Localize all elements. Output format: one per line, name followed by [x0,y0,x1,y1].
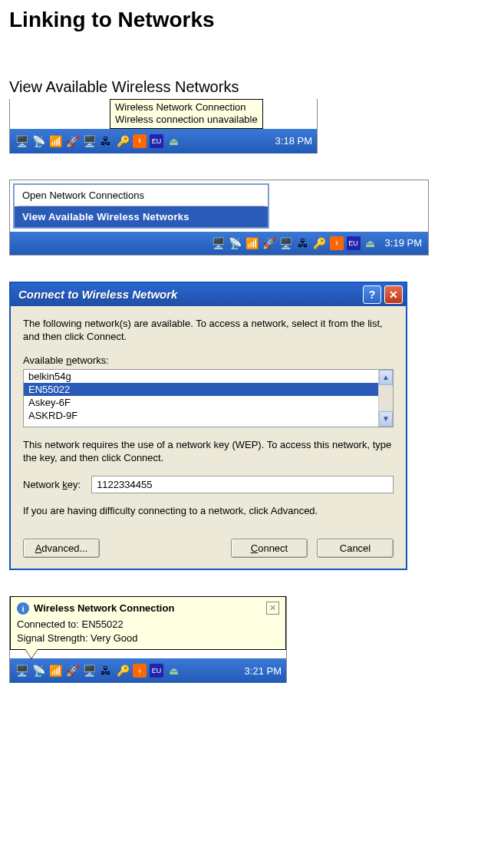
menu-open-connections[interactable]: Open Network Connections [15,185,268,206]
help-button[interactable]: ? [363,285,381,304]
network-item[interactable]: Askey-6F [24,396,378,409]
tray-tooltip-screenshot: Wireless Network Connection Wireless con… [9,99,318,153]
clock: 3:19 PM [385,237,422,249]
clock: 3:21 PM [245,665,282,677]
key-icon[interactable]: 🔑 [116,134,130,148]
dialog-intro: The following network(s) are available. … [23,317,394,344]
step-heading: View Available Wireless Networks [9,78,495,96]
dialog-titlebar: Connect to Wireless Network ? ✕ [11,283,406,306]
monitor-icon[interactable]: 🖥️ [82,664,96,678]
context-menu-screenshot: Open Network Connections View Available … [9,180,429,256]
antenna-icon[interactable]: 📡 [229,236,242,250]
wireless-icon[interactable]: 📶 [48,664,62,678]
networks-listbox[interactable]: belkin54g EN55022 Askey-6F ASKRD-9F ▲ ▼ [23,369,394,427]
bluetooth-icon[interactable]: ᚼ [133,664,147,678]
monitor-icon[interactable]: 🖥️ [279,236,293,250]
rocket-icon[interactable]: 🚀 [65,134,79,148]
clock: 3:18 PM [275,135,312,147]
scrollbar[interactable]: ▲ ▼ [378,370,393,427]
connection-balloon: i Wireless Network Connection ✕ Connecte… [10,596,286,650]
advanced-button[interactable]: Advanced... [23,539,100,558]
scroll-up-icon[interactable]: ▲ [379,370,393,385]
key-icon[interactable]: 🔑 [313,236,327,250]
close-button[interactable]: ✕ [384,285,403,304]
info-icon: i [17,602,29,615]
wep-note: This network requires the use of a netwo… [23,438,394,465]
wireless-icon[interactable]: 📶 [48,134,62,148]
rocket-icon[interactable]: 🚀 [65,664,79,678]
network-key-label: Network key: [23,479,81,490]
antenna-icon[interactable]: 📡 [31,134,45,148]
safely-remove-icon[interactable]: ⏏ [166,664,180,678]
tray-icons: 🖥️ 📡 📶 🚀 🖥️ 🖧 🔑 ᚼ EU ⏏ [15,664,180,678]
key-icon[interactable]: 🔑 [116,664,130,678]
bluetooth-icon[interactable]: ᚼ [330,236,344,250]
page-title: Linking to Networks [9,8,495,32]
safely-remove-icon[interactable]: ⏏ [166,134,180,148]
balloon-screenshot: i Wireless Network Connection ✕ Connecte… [9,596,287,683]
balloon-title: Wireless Network Connection [34,602,174,614]
net-disabled-icon[interactable]: 🖧 [296,236,310,250]
network-item-selected[interactable]: EN55022 [24,383,378,396]
scroll-down-icon[interactable]: ▼ [379,411,393,427]
network-icon[interactable]: 🖥️ [15,664,28,678]
tray-icons: 🖥️ 📡 📶 🚀 🖥️ 🖧 🔑 ᚼ EU ⏏ [15,134,180,148]
advanced-note: If you are having difficulty connecting … [23,504,394,518]
tray-context-menu: Open Network Connections View Available … [13,183,269,229]
bluetooth-icon[interactable]: ᚼ [133,134,147,148]
monitor-icon[interactable]: 🖥️ [82,134,96,148]
balloon-close-button[interactable]: ✕ [266,602,279,615]
network-item[interactable]: belkin54g [24,370,378,383]
rocket-icon[interactable]: 🚀 [262,236,276,250]
cancel-button[interactable]: Cancel [317,539,394,558]
balloon-connected-to: Connected to: EN55022 [17,618,279,631]
connect-button[interactable]: Connect [231,539,308,558]
antenna-icon[interactable]: 📡 [31,664,45,678]
flag-icon[interactable]: EU [150,664,163,678]
flag-icon[interactable]: EU [347,236,361,250]
balloon-tail [25,649,38,658]
safely-remove-icon[interactable]: ⏏ [364,236,377,250]
system-tray: 🖥️ 📡 📶 🚀 🖥️ 🖧 🔑 ᚼ EU ⏏ 3:21 PM [10,658,286,683]
connect-wireless-dialog: Connect to Wireless Network ? ✕ The foll… [9,282,407,571]
tooltip-line-2: Wireless connection unavailable [115,114,258,126]
menu-view-wireless[interactable]: View Available Wireless Networks [15,206,268,227]
system-tray: 🖥️ 📡 📶 🚀 🖥️ 🖧 🔑 ᚼ EU ⏏ 3:19 PM [10,232,428,255]
available-networks-label: Available networks: [23,354,394,366]
net-disabled-icon[interactable]: 🖧 [99,134,113,148]
wireless-icon[interactable]: 📶 [245,236,259,250]
network-icon[interactable]: 🖥️ [15,134,28,148]
network-key-input[interactable] [91,476,394,493]
dialog-title: Connect to Wireless Network [18,288,177,301]
net-active-icon[interactable]: 🖧 [99,664,113,678]
wireless-tooltip: Wireless Network Connection Wireless con… [110,99,263,129]
network-icon[interactable]: 🖥️ [212,236,226,250]
flag-icon[interactable]: EU [150,134,163,148]
network-item[interactable]: ASKRD-9F [24,409,378,422]
tray-icons: 🖥️ 📡 📶 🚀 🖥️ 🖧 🔑 ᚼ EU ⏏ [212,236,377,250]
tooltip-line-1: Wireless Network Connection [115,101,258,114]
system-tray: 🖥️ 📡 📶 🚀 🖥️ 🖧 🔑 ᚼ EU ⏏ 3:18 PM [10,129,317,153]
balloon-signal-strength: Signal Strength: Very Good [17,631,279,645]
